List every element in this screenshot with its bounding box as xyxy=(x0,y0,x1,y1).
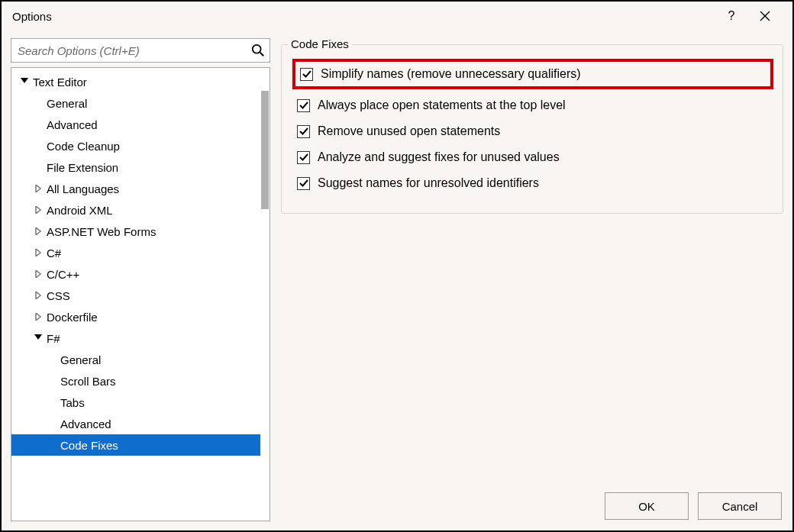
checkbox-row-open-top-level[interactable]: Always place open statements at the top … xyxy=(297,92,769,118)
scroll-thumb[interactable] xyxy=(261,91,269,209)
checkbox-label: Always place open statements at the top … xyxy=(318,98,566,112)
tree-item-advanced[interactable]: Advanced xyxy=(11,114,260,135)
close-icon xyxy=(760,11,770,21)
collapse-icon xyxy=(33,290,44,301)
tree-item-file-extension[interactable]: File Extension xyxy=(11,156,260,178)
ok-label: OK xyxy=(638,500,655,513)
tree-item-all-languages[interactable]: All Languages xyxy=(11,178,260,199)
svg-marker-6 xyxy=(36,206,40,214)
tree-label: Advanced xyxy=(47,118,98,131)
checkbox-label: Suggest names for unresolved identifiers xyxy=(318,176,539,190)
expand-icon xyxy=(33,333,44,343)
tree-label: Scroll Bars xyxy=(60,375,116,388)
checkbox-label: Simplify names (remove unnecessary quali… xyxy=(321,67,581,81)
search-input[interactable] xyxy=(11,44,247,57)
tree-label: Text Editor xyxy=(33,76,87,89)
tree-item-aspnet-web-forms[interactable]: ASP.NET Web Forms xyxy=(11,221,260,242)
checkbox-label: Analyze and suggest fixes for unused val… xyxy=(318,150,560,164)
checkbox-row-remove-unused-open[interactable]: Remove unused open statements xyxy=(297,118,769,144)
tree-item-dockerfile[interactable]: Dockerfile xyxy=(11,306,260,327)
tree-label: All Languages xyxy=(47,182,119,195)
tree-item-code-cleanup[interactable]: Code Cleanup xyxy=(11,135,260,156)
tree-item-fsharp-advanced[interactable]: Advanced xyxy=(11,413,260,434)
checkbox-row-simplify-names[interactable]: Simplify names (remove unnecessary quali… xyxy=(292,59,773,89)
checkbox-icon[interactable] xyxy=(300,68,313,81)
checkbox-icon[interactable] xyxy=(297,99,310,112)
expand-icon xyxy=(19,76,30,87)
tree-item-fsharp[interactable]: F# xyxy=(11,327,260,349)
tree-label: General xyxy=(60,353,101,366)
svg-point-2 xyxy=(253,45,261,53)
tree-scrollbar[interactable] xyxy=(260,68,270,521)
tree-label: Tabs xyxy=(60,396,85,409)
checkbox-row-unused-values[interactable]: Analyze and suggest fixes for unused val… xyxy=(297,144,769,170)
checkbox-icon[interactable] xyxy=(297,177,310,190)
svg-marker-7 xyxy=(36,227,40,235)
tree-label: General xyxy=(47,97,87,110)
tree-label: Code Cleanup xyxy=(47,140,120,153)
tree-label: File Extension xyxy=(47,161,118,174)
nav-tree: Text Editor General Advanced Code Cleanu… xyxy=(11,67,270,521)
cancel-label: Cancel xyxy=(722,500,758,513)
search-icon xyxy=(247,44,270,57)
svg-marker-5 xyxy=(36,185,40,192)
checkbox-icon[interactable] xyxy=(297,151,310,164)
group-title: Code Fixes xyxy=(288,37,352,50)
tree-item-general[interactable]: General xyxy=(11,92,260,114)
svg-line-3 xyxy=(260,53,264,56)
tree-item-fsharp-tabs[interactable]: Tabs xyxy=(11,392,260,413)
tree-item-css[interactable]: CSS xyxy=(11,285,260,306)
tree-item-fsharp-code-fixes[interactable]: Code Fixes xyxy=(11,434,260,456)
svg-marker-10 xyxy=(36,292,40,299)
checkbox-icon[interactable] xyxy=(297,125,310,138)
collapse-icon xyxy=(33,183,44,194)
tree-item-android-xml[interactable]: Android XML xyxy=(11,199,260,221)
tree-label: Code Fixes xyxy=(60,439,118,452)
search-box[interactable] xyxy=(11,38,270,63)
tree-label: C# xyxy=(47,247,61,260)
svg-marker-11 xyxy=(36,313,40,321)
tree-label: CSS xyxy=(47,289,70,302)
ok-button[interactable]: OK xyxy=(605,492,689,520)
tree-item-c-cpp[interactable]: C/C++ xyxy=(11,263,260,285)
help-button[interactable]: ? xyxy=(715,2,748,31)
checkbox-row-suggest-names[interactable]: Suggest names for unresolved identifiers xyxy=(297,170,769,196)
cancel-button[interactable]: Cancel xyxy=(698,492,782,520)
tree-item-fsharp-scroll-bars[interactable]: Scroll Bars xyxy=(11,370,260,392)
tree-label: C/C++ xyxy=(47,268,79,281)
window-title: Options xyxy=(12,10,52,23)
svg-marker-12 xyxy=(34,334,42,340)
tree-item-csharp[interactable]: C# xyxy=(11,242,260,263)
collapse-icon xyxy=(33,311,44,322)
tree-label: F# xyxy=(47,332,60,345)
tree-label: Dockerfile xyxy=(47,311,98,324)
close-button[interactable] xyxy=(748,2,782,31)
tree-item-text-editor[interactable]: Text Editor xyxy=(11,71,260,92)
svg-marker-4 xyxy=(21,78,28,83)
svg-marker-8 xyxy=(36,249,40,256)
collapse-icon xyxy=(33,226,44,237)
svg-marker-9 xyxy=(36,270,40,278)
tree-label: ASP.NET Web Forms xyxy=(47,225,156,238)
tree-item-fsharp-general[interactable]: General xyxy=(11,349,260,370)
collapse-icon xyxy=(33,269,44,279)
code-fixes-group: Code Fixes Simplify names (remove unnece… xyxy=(281,44,783,214)
tree-label: Android XML xyxy=(47,204,113,217)
titlebar: Options ? xyxy=(2,2,792,31)
tree-label: Advanced xyxy=(60,418,111,430)
collapse-icon xyxy=(33,247,44,258)
options-dialog: Options ? Text Editor xyxy=(0,0,794,532)
collapse-icon xyxy=(33,205,44,215)
checkbox-label: Remove unused open statements xyxy=(318,124,500,138)
